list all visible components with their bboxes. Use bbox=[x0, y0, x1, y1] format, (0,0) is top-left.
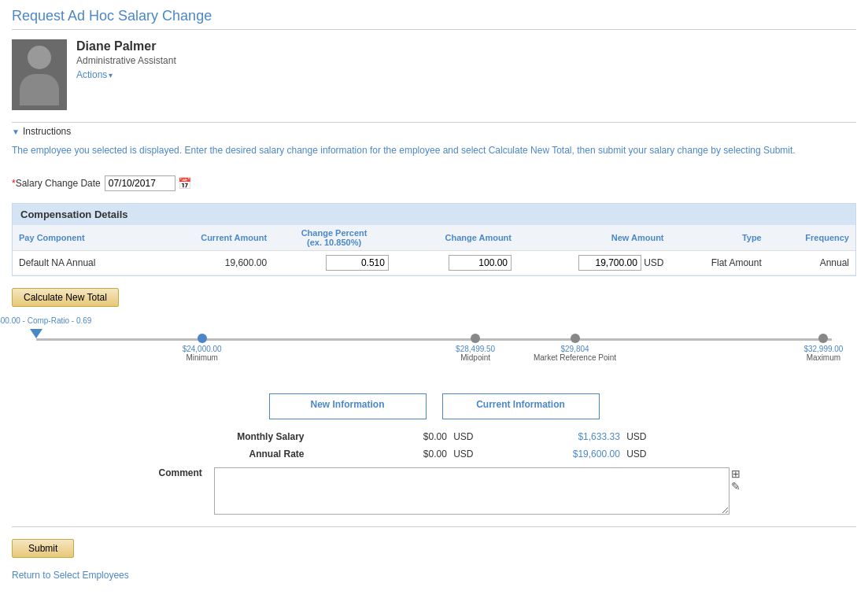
monthly-salary-new-amount: $0.00 bbox=[423, 431, 447, 442]
monthly-salary-current-amount: $1,633.33 bbox=[578, 431, 619, 442]
monthly-salary-label: Monthly Salary bbox=[159, 431, 316, 442]
avatar-image bbox=[12, 39, 67, 110]
salary-range-section: $19,600.00 - Comp-Ratio - 0.69 $24,000.0… bbox=[12, 323, 856, 362]
comment-edit-icon[interactable]: ✎ bbox=[731, 480, 741, 493]
col-change-percent: Change Percent (ex. 10.850%) bbox=[273, 225, 395, 251]
change-percent-input[interactable] bbox=[326, 255, 389, 271]
range-dot-market-ref bbox=[571, 334, 580, 343]
range-visual: $19,600.00 - Comp-Ratio - 0.69 $24,000.0… bbox=[20, 323, 848, 362]
change-amount-input[interactable] bbox=[449, 255, 512, 271]
comment-expand-icon[interactable]: ⊞ bbox=[731, 467, 741, 480]
range-label-maximum: $32,999.00 Maximum bbox=[803, 345, 843, 362]
range-dot-minimum bbox=[198, 334, 207, 343]
cell-type: Flat Amount bbox=[670, 251, 768, 275]
instructions-label: Instructions bbox=[23, 126, 71, 137]
compensation-section: Compensation Details Pay Component Curre… bbox=[12, 203, 856, 276]
actions-dropdown[interactable]: Actions bbox=[76, 69, 176, 80]
col-change-amount: Change Amount bbox=[395, 225, 518, 251]
page-container: Request Ad Hoc Salary Change Diane Palme… bbox=[0, 0, 868, 589]
col-current-amount: Current Amount bbox=[151, 225, 273, 251]
annual-rate-current-amount: $19,600.00 bbox=[573, 448, 620, 460]
current-information-panel: Current Information bbox=[442, 393, 600, 419]
instructions-header[interactable]: ▼ Instructions bbox=[12, 123, 856, 140]
info-panels: New Information Current Information bbox=[159, 393, 710, 419]
cell-frequency: Annual bbox=[768, 251, 855, 275]
comment-icons: ⊞ ✎ bbox=[731, 467, 741, 493]
current-position-marker: $19,600.00 - Comp-Ratio - 0.69 bbox=[30, 329, 42, 338]
comment-input-area: ⊞ ✎ bbox=[214, 467, 741, 515]
annual-rate-current-currency: USD bbox=[626, 448, 646, 460]
annual-rate-label: Annual Rate bbox=[159, 448, 316, 460]
col-new-amount: New Amount bbox=[518, 225, 670, 251]
cell-current-amount: 19,600.00 bbox=[151, 251, 273, 275]
current-marker-triangle bbox=[30, 329, 42, 338]
annual-rate-new-value: $0.00 USD bbox=[316, 448, 474, 460]
compensation-table: Pay Component Current Amount Change Perc… bbox=[13, 225, 855, 275]
range-dot-midpoint bbox=[471, 334, 480, 343]
salary-date-row: *Salary Change Date 📅 bbox=[12, 175, 856, 191]
monthly-salary-current-currency: USD bbox=[626, 431, 646, 442]
col-frequency: Frequency bbox=[768, 225, 855, 251]
employee-header: Diane Palmer Administrative Assistant Ac… bbox=[12, 39, 856, 110]
col-type: Type bbox=[670, 225, 768, 251]
instructions-body: The employee you selected is displayed. … bbox=[12, 140, 856, 164]
range-label-minimum: $24,000.00 Minimum bbox=[183, 345, 222, 362]
employee-name: Diane Palmer bbox=[76, 39, 176, 54]
submit-button[interactable]: Submit bbox=[12, 539, 74, 558]
instructions-toggle-icon: ▼ bbox=[12, 127, 20, 136]
col-pay-component: Pay Component bbox=[13, 225, 151, 251]
annual-rate-new-amount: $0.00 bbox=[423, 448, 447, 460]
new-information-panel: New Information bbox=[269, 393, 427, 419]
annual-rate-row: Annual Rate $0.00 USD $19,600.00 USD bbox=[159, 448, 710, 460]
instructions-text-mid: , then submit your salary change by sele… bbox=[572, 145, 763, 156]
employee-info: Diane Palmer Administrative Assistant Ac… bbox=[76, 39, 176, 80]
cell-new-amount: USD bbox=[518, 251, 670, 275]
comment-textarea[interactable] bbox=[214, 467, 729, 515]
range-label-midpoint: $28,499.50 Midpoint bbox=[456, 345, 495, 362]
salary-date-label: *Salary Change Date bbox=[12, 178, 101, 189]
salary-date-input[interactable] bbox=[105, 175, 175, 191]
page-divider bbox=[12, 526, 856, 527]
new-amount-input[interactable] bbox=[578, 255, 641, 271]
table-header-row: Pay Component Current Amount Change Perc… bbox=[13, 225, 855, 251]
instructions-submit-link: Submit bbox=[763, 145, 792, 156]
instructions-text-end: . bbox=[792, 145, 795, 156]
calculate-button[interactable]: Calculate New Total bbox=[12, 288, 119, 307]
employee-job-title: Administrative Assistant bbox=[76, 55, 176, 66]
monthly-salary-row: Monthly Salary $0.00 USD $1,633.33 USD bbox=[159, 431, 710, 442]
table-row: Default NA Annual 19,600.00 USD Flat Amo… bbox=[13, 251, 855, 275]
comment-row: Comment ⊞ ✎ bbox=[159, 467, 710, 515]
instructions-section: ▼ Instructions The employee you selected… bbox=[12, 122, 856, 164]
calendar-icon[interactable]: 📅 bbox=[178, 177, 191, 190]
page-title: Request Ad Hoc Salary Change bbox=[12, 8, 856, 30]
salary-rows: Monthly Salary $0.00 USD $1,633.33 USD A… bbox=[159, 431, 710, 515]
range-line bbox=[36, 338, 832, 341]
cell-pay-component: Default NA Annual bbox=[13, 251, 151, 275]
instructions-calculate-link: Calculate New Total bbox=[489, 145, 572, 156]
range-label-market-ref: $29,804 Market Reference Point bbox=[534, 345, 616, 362]
monthly-salary-new-value: $0.00 USD bbox=[316, 431, 474, 442]
monthly-salary-new-currency: USD bbox=[453, 431, 473, 442]
return-to-select-employees-link[interactable]: Return to Select Employees bbox=[12, 570, 129, 581]
compensation-header: Compensation Details bbox=[13, 204, 855, 225]
cell-change-percent[interactable] bbox=[273, 251, 395, 275]
monthly-salary-current-value: $1,633.33 USD bbox=[489, 431, 647, 442]
comment-label: Comment bbox=[159, 467, 214, 478]
current-info-header: Current Information bbox=[455, 399, 587, 410]
range-dot-maximum bbox=[818, 334, 828, 343]
annual-rate-new-currency: USD bbox=[453, 448, 473, 460]
new-info-header: New Information bbox=[282, 399, 414, 410]
current-position-label: $19,600.00 - Comp-Ratio - 0.69 bbox=[0, 316, 91, 325]
avatar bbox=[12, 39, 67, 110]
cell-change-amount[interactable] bbox=[395, 251, 518, 275]
annual-rate-current-value: $19,600.00 USD bbox=[489, 448, 647, 460]
instructions-text-plain: The employee you selected is displayed. … bbox=[12, 145, 489, 156]
